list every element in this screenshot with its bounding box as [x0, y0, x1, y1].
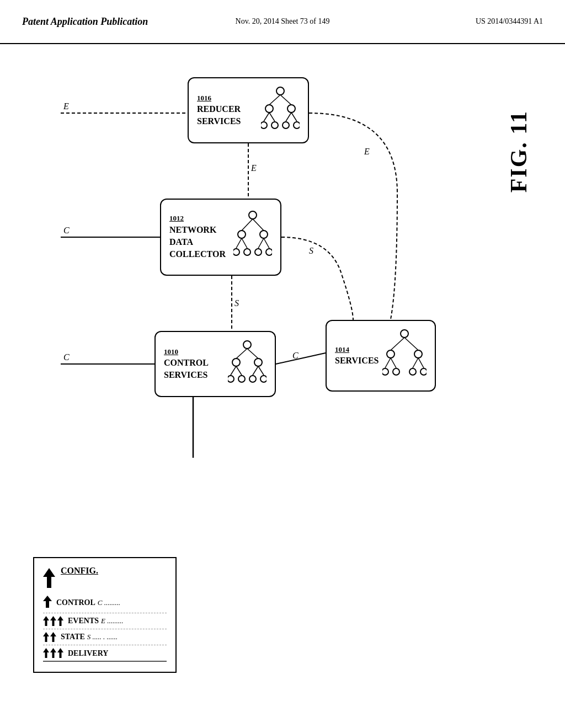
- config-state-s: S ..... . ......: [87, 633, 118, 641]
- svg-point-70: [382, 368, 388, 375]
- svg-point-27: [265, 105, 273, 113]
- svg-line-38: [242, 219, 253, 231]
- config-events-e: E .........: [101, 617, 123, 625]
- config-state-label: STATE: [61, 633, 85, 641]
- svg-rect-95: [60, 652, 62, 658]
- svg-line-46: [258, 238, 264, 248]
- svg-point-63: [401, 330, 408, 338]
- svg-rect-91: [45, 652, 47, 658]
- config-control-label: CONTROL: [56, 598, 95, 607]
- svg-marker-82: [50, 616, 56, 620]
- svg-line-52: [247, 349, 258, 358]
- services-tree: [382, 328, 427, 383]
- svg-point-31: [261, 122, 267, 129]
- config-delivery-label: DELIVERY: [68, 649, 108, 657]
- svg-line-42: [236, 238, 242, 248]
- svg-point-44: [233, 249, 239, 255]
- control-tree: [228, 339, 266, 389]
- svg-line-55: [231, 366, 236, 375]
- svg-rect-85: [60, 620, 62, 626]
- figure-label: FIG. 11: [505, 110, 532, 192]
- svg-point-36: [294, 122, 300, 129]
- config-delivery-row: DELIVERY: [43, 648, 167, 658]
- network-box: 1012 NETWORK DATA COLLECTOR: [160, 199, 281, 276]
- control-label: 1010 CONTROL SERVICES: [164, 347, 228, 382]
- svg-point-74: [409, 368, 416, 375]
- svg-rect-89: [52, 636, 55, 642]
- svg-marker-86: [43, 632, 49, 636]
- svg-text:E: E: [250, 163, 257, 173]
- svg-line-72: [413, 358, 418, 368]
- svg-point-32: [271, 122, 278, 129]
- config-control-c: C .........: [98, 598, 120, 607]
- config-state-row: STATE S ..... . ......: [43, 632, 167, 642]
- svg-line-51: [236, 349, 247, 358]
- svg-point-66: [387, 350, 395, 358]
- svg-text:C: C: [292, 351, 299, 360]
- svg-line-60: [258, 366, 264, 375]
- config-events-label: EVENTS: [68, 617, 99, 625]
- header: Patent Application Publication Nov. 20, …: [0, 0, 565, 44]
- svg-line-25: [269, 95, 280, 105]
- svg-point-54: [254, 358, 262, 366]
- svg-rect-83: [52, 620, 55, 626]
- svg-line-33: [286, 113, 291, 121]
- svg-text:C: C: [63, 352, 70, 362]
- network-tree: [233, 210, 272, 265]
- svg-line-68: [385, 358, 391, 368]
- svg-marker-92: [50, 648, 56, 652]
- svg-point-57: [228, 376, 234, 382]
- svg-rect-93: [52, 652, 55, 658]
- svg-line-19: [276, 353, 326, 364]
- svg-line-26: [280, 95, 291, 105]
- patent-number: US 2014/0344391 A1: [369, 17, 543, 26]
- svg-marker-76: [43, 568, 55, 577]
- svg-text:S: S: [234, 298, 239, 308]
- svg-point-50: [243, 341, 251, 349]
- svg-rect-81: [45, 620, 47, 626]
- svg-marker-84: [57, 616, 63, 620]
- svg-point-75: [420, 368, 427, 375]
- svg-rect-79: [46, 601, 49, 608]
- config-control-row: CONTROL C .........: [43, 596, 167, 610]
- reducer-box: 1016 REDUCER SERVICES: [188, 77, 309, 143]
- svg-rect-77: [47, 577, 51, 588]
- svg-marker-78: [43, 596, 52, 601]
- svg-line-56: [236, 366, 242, 375]
- svg-point-24: [276, 87, 284, 95]
- svg-marker-80: [43, 616, 49, 620]
- services-box: 1014 SERVICES: [326, 320, 436, 392]
- svg-line-39: [253, 219, 264, 231]
- config-up-arrow: [43, 568, 55, 588]
- svg-text:C: C: [63, 226, 70, 235]
- svg-line-59: [253, 366, 258, 375]
- svg-point-40: [238, 231, 246, 238]
- svg-text:S: S: [309, 246, 313, 255]
- svg-point-35: [282, 122, 289, 129]
- svg-text:E: E: [63, 101, 69, 111]
- svg-marker-90: [43, 648, 49, 652]
- svg-marker-94: [57, 648, 63, 652]
- svg-marker-88: [50, 632, 56, 636]
- svg-line-64: [391, 338, 404, 350]
- config-title: CONFIG.: [61, 566, 98, 576]
- diagram-area: FIG. 11 E E E S C S C: [0, 44, 565, 728]
- svg-line-69: [391, 358, 396, 368]
- config-box: CONFIG. CONTROL C .........: [33, 557, 177, 673]
- svg-point-28: [287, 105, 295, 113]
- svg-point-71: [393, 368, 399, 375]
- svg-line-30: [269, 113, 275, 121]
- svg-line-73: [418, 358, 424, 368]
- svg-point-48: [255, 249, 262, 255]
- svg-text:E: E: [364, 147, 370, 156]
- svg-point-49: [266, 249, 272, 255]
- config-events-row: EVENTS E .........: [43, 616, 167, 626]
- svg-point-41: [260, 231, 268, 238]
- sheet-info: Nov. 20, 2014 Sheet 73 of 149: [196, 17, 370, 26]
- svg-line-47: [264, 238, 269, 248]
- svg-point-61: [249, 376, 256, 382]
- svg-point-62: [260, 376, 266, 382]
- svg-line-29: [264, 113, 269, 121]
- svg-point-53: [232, 358, 240, 366]
- reducer-tree: [261, 85, 300, 135]
